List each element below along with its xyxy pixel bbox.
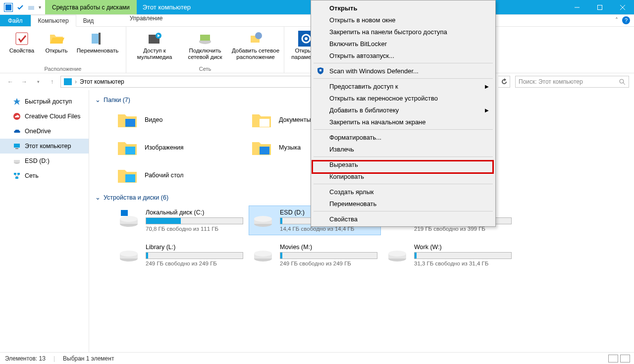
menu-eject[interactable]: Извлечь [313,143,494,155]
maximize-button[interactable] [588,0,611,14]
menu-add-library-label: Добавить в библиотеку [329,106,399,114]
svg-line-23 [623,83,625,85]
sidebar-item-label: Быстрый доступ [25,98,72,105]
details-view-button[interactable] [608,355,618,363]
menu-rename[interactable]: Переименовать [313,198,494,209]
network-drive-icon [197,31,213,47]
back-button[interactable]: ← [5,76,16,87]
drive-usage-bar [280,252,377,259]
check-icon [17,4,24,11]
menu-pin-quick-access[interactable]: Закрепить на панели быстрого доступа [313,26,494,38]
menu-bitlocker[interactable]: Включить BitLocker [313,38,494,50]
sidebar-item-label: Creative Cloud Files [25,113,81,120]
tab-view[interactable]: Вид [76,15,101,26]
map-drive-label: Подключить сетевой диск [181,48,229,60]
drive-icon [118,209,140,228]
drive-item[interactable]: Movies (M:) 249 ГБ свободно из 249 ГБ [249,241,380,269]
close-button[interactable] [611,0,634,14]
folder-label: Видео [145,116,163,123]
svg-rect-38 [260,147,269,155]
menu-shortcut[interactable]: Создать ярлык [313,186,494,198]
add-location-button[interactable]: Добавить сетевое расположение [231,29,280,65]
tiles-view-button[interactable] [620,355,630,363]
help-icon[interactable]: ? [622,16,630,24]
folder-label: Музыка [279,144,301,151]
media-access-button[interactable]: Доступ к мультимедиа [130,29,179,65]
drive-free-text: 70,8 ГБ свободно из 111 ГБ [146,226,243,232]
menu-portable[interactable]: Открыть как переносное устройство [313,92,494,104]
history-dropdown[interactable]: ▾ [33,76,44,87]
menu-properties[interactable]: Свойства [313,213,494,225]
svg-point-47 [254,216,272,222]
drive-icon [252,244,274,262]
sidebar-item-onedrive[interactable]: OneDrive [0,124,89,139]
properties-button[interactable]: Свойства [4,29,40,65]
menu-autorun[interactable]: Открыть автозапуск... [313,50,494,61]
sidebar-item-quick-access[interactable]: Быстрый доступ [0,94,89,109]
sidebar-item-esd[interactable]: ESD (D:) [0,154,89,168]
menu-defender-label: Scan with Windows Defender... [329,67,419,75]
menu-add-library[interactable]: Добавить в библиотеку▶ [313,104,494,116]
search-box[interactable]: Поиск: Этот компьютер [515,76,629,88]
drive-item[interactable]: Library (L:) 249 ГБ свободно из 249 ГБ [115,241,246,269]
folder-label: Изображения [145,144,184,151]
svg-rect-34 [125,119,135,127]
folder-icon [251,110,273,129]
menu-copy[interactable]: Копировать [313,170,494,182]
drive-icon [386,244,408,262]
window-controls [566,0,634,14]
menu-format[interactable]: Форматировать... [313,131,494,143]
menu-pin-start[interactable]: Закрепить на начальном экране [313,116,494,128]
drive-usage-bar [414,252,512,259]
forward-button[interactable]: → [19,76,30,87]
svg-point-53 [120,251,138,257]
svg-rect-30 [17,173,20,175]
sidebar-item-creative-cloud[interactable]: Creative Cloud Files [0,109,89,124]
collapse-ribbon-icon[interactable]: ˄ [615,17,618,24]
tab-manage[interactable]: Управление [106,15,187,22]
menu-grant-access[interactable]: Предоставить доступ к▶ [313,80,494,92]
tab-computer[interactable]: Компьютер [31,15,76,27]
folder-item[interactable]: Изображения [115,136,246,159]
drive-item[interactable]: Work (W:) 31,3 ГБ свободно из 31,4 ГБ [383,241,515,269]
media-icon [147,31,162,47]
folder-item[interactable]: Рабочий стол [115,164,246,187]
status-count: Элементов: 13 [5,355,46,362]
refresh-button[interactable] [498,76,510,88]
properties-label: Свойства [9,48,35,54]
svg-rect-11 [200,35,210,41]
svg-rect-29 [14,173,16,175]
contextual-tab-header: Средства работы с дисками [45,0,137,14]
onedrive-icon [13,127,21,135]
folder-icon [251,138,273,157]
rename-button[interactable]: Переименовать [73,29,122,65]
open-button[interactable]: Открыть [42,29,71,65]
map-drive-button[interactable]: Подключить сетевой диск [181,29,229,65]
svg-point-59 [388,251,406,257]
menu-defender[interactable]: Scan with Windows Defender... [313,65,494,77]
menu-open-new-window[interactable]: Открыть в новом окне [313,14,494,26]
up-button[interactable]: ↑ [47,76,57,87]
drive-item[interactable]: Локальный диск (C:) 70,8 ГБ свободно из … [115,206,246,235]
drives-header-label: Устройства и диски (6) [104,194,168,201]
drive-name: Library (L:) [146,244,243,251]
drive-name: Work (W:) [414,244,512,251]
qat-dropdown-icon[interactable]: ▾ [39,4,41,10]
star-icon [13,98,21,105]
add-location-icon [248,31,264,47]
sidebar-item-label: ESD (D:) [25,157,50,164]
folder-item[interactable]: Видео [115,108,246,131]
refresh-icon [501,78,508,85]
group-label-network: Сеть [130,65,280,72]
rename-label: Переименовать [77,48,118,54]
menu-open[interactable]: Открыть [313,2,494,14]
shield-icon [317,67,324,75]
tab-file[interactable]: Файл [0,15,31,26]
sidebar-item-this-pc[interactable]: Этот компьютер [0,139,89,154]
minimize-button[interactable] [566,0,588,14]
menu-cut[interactable]: Вырезать [313,158,494,170]
add-location-label: Добавить сетевое расположение [231,48,280,60]
folder-icon [117,166,139,185]
address-path: Этот компьютер [80,78,124,85]
sidebar-item-network[interactable]: Сеть [0,168,89,183]
